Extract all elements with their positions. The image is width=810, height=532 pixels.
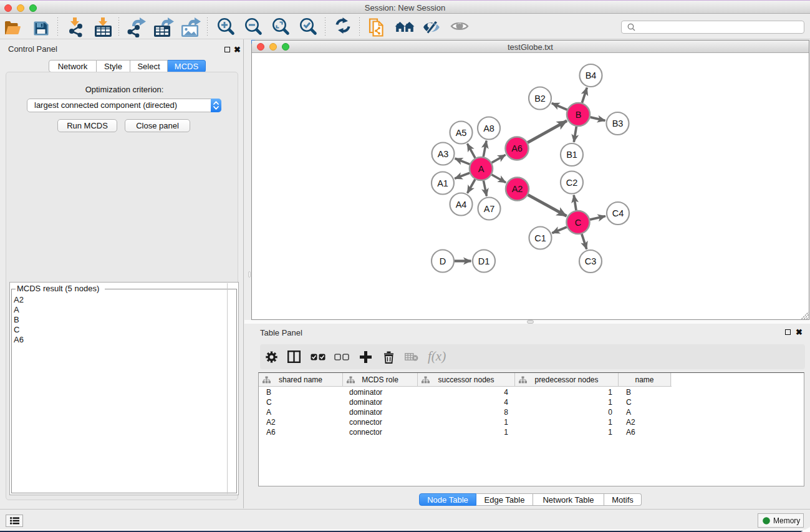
svg-text:B1: B1 [566,150,577,160]
svg-text:C: C [575,218,581,228]
svg-text:A2: A2 [512,184,523,194]
svg-text:A5: A5 [456,128,467,138]
svg-text:B4: B4 [586,70,597,80]
svg-text:C3: C3 [585,256,597,266]
svg-text:B: B [576,110,582,120]
svg-text:D: D [440,256,446,266]
svg-text:C1: C1 [534,233,546,243]
svg-text:B3: B3 [612,118,624,128]
svg-text:A6: A6 [511,143,523,153]
svg-text:A8: A8 [483,123,494,133]
svg-text:A3: A3 [438,149,449,159]
svg-text:A7: A7 [484,204,495,214]
svg-text:C4: C4 [612,208,624,218]
svg-text:D1: D1 [478,256,490,266]
svg-text:A1: A1 [437,178,448,188]
svg-text:C2: C2 [566,178,578,188]
svg-text:A: A [478,164,485,174]
svg-text:B2: B2 [534,94,546,104]
svg-text:A4: A4 [456,200,467,210]
